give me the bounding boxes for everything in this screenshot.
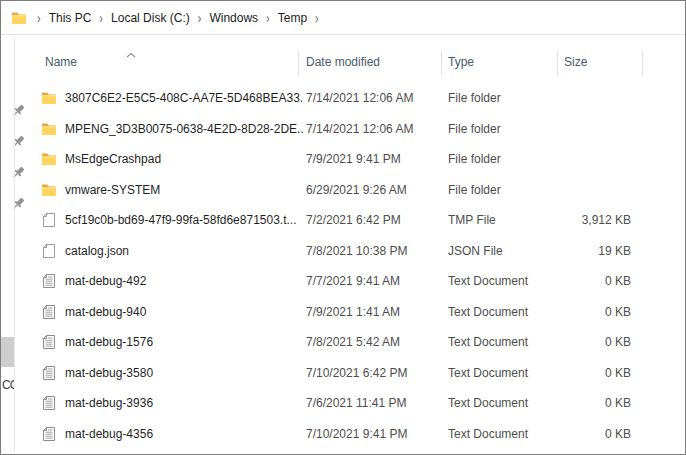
file-name: MPENG_3D3B0075-0638-4E2D-8D28-2DE... [65, 114, 303, 145]
column-header-date-modified[interactable]: Date modified [306, 49, 380, 75]
breadcrumb-chevron-icon[interactable]: › [315, 10, 319, 25]
breadcrumb-item[interactable]: Local Disk (C:) [111, 11, 190, 25]
text-document-icon [41, 334, 57, 350]
file-name: mat-debug-940 [65, 297, 303, 328]
file-date-modified: 7/8/2021 10:38 PM [306, 236, 407, 267]
column-header-name[interactable]: Name [45, 49, 77, 75]
file-name: mat-debug-492 [65, 266, 303, 297]
file-row[interactable]: mat-debug-940 7/9/2021 1:41 AM Text Docu… [35, 297, 684, 328]
file-size [485, 175, 631, 206]
text-document-icon [41, 426, 57, 442]
file-size: 0 KB [485, 266, 631, 297]
file-row[interactable]: MsEdgeCrashpad 7/9/2021 9:41 PM File fol… [35, 144, 684, 175]
text-document-icon [41, 273, 57, 289]
pin-icon[interactable] [10, 196, 26, 212]
column-divider[interactable] [441, 51, 442, 75]
breadcrumb: ›This PC›Local Disk (C:)›Windows›Temp› [1, 1, 685, 35]
file-name: vmware-SYSTEM [65, 175, 303, 206]
file-size [485, 114, 631, 145]
file-row[interactable]: 3807C6E2-E5C5-408C-AA7E-5D468BEA33... 7/… [35, 83, 684, 114]
file-date-modified: 7/6/2021 11:41 PM [306, 388, 407, 419]
file-size [485, 83, 631, 114]
file-date-modified: 7/14/2021 12:06 AM [306, 83, 413, 114]
text-document-icon [41, 395, 57, 411]
file-size: 0 KB [485, 327, 631, 358]
file-size: 19 KB [485, 236, 631, 267]
folder-icon [41, 121, 57, 137]
file-date-modified: 6/29/2021 9:26 AM [306, 175, 407, 206]
file-row[interactable]: mat-debug-3580 7/10/2021 6:42 PM Text Do… [35, 358, 684, 389]
breadcrumb-item[interactable]: Windows [209, 11, 258, 25]
file-name: MsEdgeCrashpad [65, 144, 303, 175]
file-size: 3,912 KB [485, 205, 631, 236]
file-date-modified: 7/14/2021 12:06 AM [306, 114, 413, 145]
text-document-icon [41, 304, 57, 320]
breadcrumb-chevron-icon[interactable]: › [266, 10, 270, 25]
pin-icon[interactable] [10, 134, 26, 150]
text-document-icon [41, 365, 57, 381]
breadcrumb-chevron-icon[interactable]: › [37, 10, 41, 25]
folder-icon [41, 90, 57, 106]
file-size: 0 KB [485, 388, 631, 419]
sort-ascending-icon[interactable] [125, 44, 137, 50]
file-row[interactable]: MPENG_3D3B0075-0638-4E2D-8D28-2DE... 7/1… [35, 114, 684, 145]
file-size: 0 KB [485, 419, 631, 450]
file-date-modified: 7/9/2021 1:41 AM [306, 297, 400, 328]
generic-file-icon [41, 243, 57, 259]
breadcrumb-item[interactable]: Temp [278, 11, 307, 25]
file-row[interactable]: mat-debug-4356 7/10/2021 9:41 PM Text Do… [35, 419, 684, 450]
file-row[interactable]: 5cf19c0b-bd69-47f9-99fa-58fd6e871503.t..… [35, 205, 684, 236]
column-divider[interactable] [642, 51, 643, 75]
file-date-modified: 7/7/2021 9:41 AM [306, 266, 400, 297]
breadcrumb-chevron-icon[interactable]: › [99, 10, 103, 25]
file-row[interactable]: catalog.json 7/8/2021 10:38 PM JSON File… [35, 236, 684, 267]
file-list-area: Name Date modified Type Size 3807C6E2-E5… [35, 36, 684, 453]
file-rows: 3807C6E2-E5C5-408C-AA7E-5D468BEA33... 7/… [35, 83, 684, 449]
file-name: 3807C6E2-E5C5-408C-AA7E-5D468BEA33... [65, 83, 303, 114]
column-divider[interactable] [557, 51, 558, 75]
nav-pane-divider [14, 37, 15, 453]
file-name: mat-debug-3936 [65, 388, 303, 419]
file-date-modified: 7/10/2021 9:41 PM [306, 419, 407, 450]
file-date-modified: 7/2/2021 6:42 PM [306, 205, 401, 236]
column-header-type[interactable]: Type [448, 49, 474, 75]
file-name: catalog.json [65, 236, 303, 267]
file-date-modified: 7/8/2021 5:42 AM [306, 327, 400, 358]
file-explorer-window: ›This PC›Local Disk (C:)›Windows›Temp› [0, 0, 686, 455]
file-size: 0 KB [485, 297, 631, 328]
file-row[interactable]: mat-debug-3936 7/6/2021 11:41 PM Text Do… [35, 388, 684, 419]
file-name: mat-debug-3580 [65, 358, 303, 389]
column-header-size[interactable]: Size [564, 49, 587, 75]
file-name: 5cf19c0b-bd69-47f9-99fa-58fd6e871503.t..… [65, 205, 303, 236]
column-divider[interactable] [298, 51, 299, 75]
file-row[interactable]: mat-debug-1576 7/8/2021 5:42 AM Text Doc… [35, 327, 684, 358]
generic-file-icon [41, 212, 57, 228]
file-name: mat-debug-1576 [65, 327, 303, 358]
breadcrumb-item[interactable]: This PC [49, 11, 92, 25]
pin-icon[interactable] [10, 103, 26, 119]
folder-icon [41, 151, 57, 167]
file-size: 0 KB [485, 358, 631, 389]
file-name: mat-debug-4356 [65, 419, 303, 450]
file-size [485, 144, 631, 175]
file-date-modified: 7/10/2021 6:42 PM [306, 358, 407, 389]
folder-icon [41, 182, 57, 198]
breadcrumb-chevron-icon[interactable]: › [198, 10, 202, 25]
nav-scrollbar-thumb[interactable] [1, 337, 14, 367]
file-row[interactable]: mat-debug-492 7/7/2021 9:41 AM Text Docu… [35, 266, 684, 297]
file-row[interactable]: vmware-SYSTEM 6/29/2021 9:26 AM File fol… [35, 175, 684, 206]
pin-icon[interactable] [10, 165, 26, 181]
column-header-row: Name Date modified Type Size [35, 49, 684, 75]
navigation-pane-sliver: CCC [1, 1, 35, 454]
file-date-modified: 7/9/2021 9:41 PM [306, 144, 401, 175]
